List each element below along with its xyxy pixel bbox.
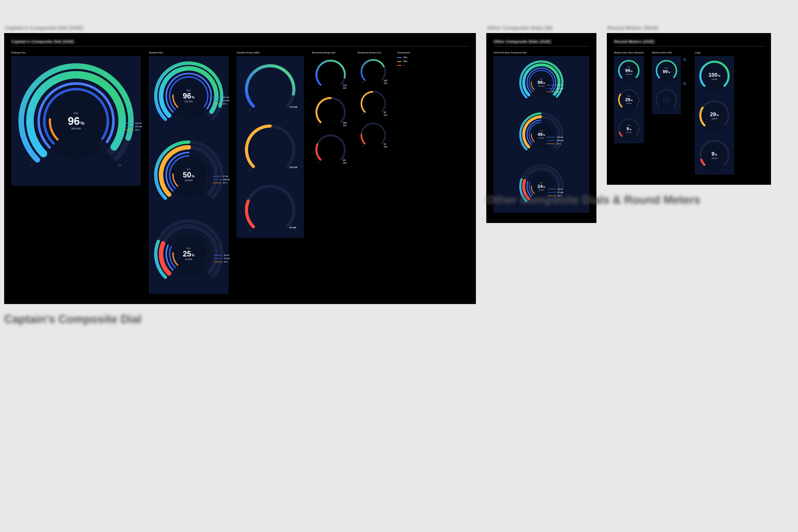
col-standard: Standard Size SoC96%180 kWh147 nm175 min… [149, 52, 228, 293]
round-meter-large-0[interactable]: 100%Uptime [697, 58, 732, 94]
hotel-dial-0[interactable]: SoC99%198 kWh147 nm175 min29 °c [517, 59, 565, 107]
panel-divider-right [614, 46, 764, 46]
col-label-enlarged: Enlarged Size [12, 52, 141, 54]
col-label-medium: Medium (w/o value indicator) [614, 52, 644, 54]
svg-point-9 [618, 117, 640, 140]
svg-point-11 [655, 88, 678, 111]
range-sm-arc-2[interactable]: 037 nm [358, 120, 389, 148]
range-sm-arc-1[interactable]: 097 nm [358, 88, 389, 116]
right-group: Round Meters (Web) Round Meters (XGE) Me… [607, 25, 771, 206]
col-label-large: Large [695, 52, 734, 54]
blur-title-right: Round Meters (Web) [607, 25, 771, 31]
hotel-dial-1[interactable]: SoC49%98 kWh135 nm160 min29 °c [517, 111, 565, 158]
caption-right: Other Composite Dials & Round Meters [486, 193, 771, 206]
panel-divider-mid [494, 46, 589, 46]
enlarged-selection[interactable]: 0200SoC96%180 kWh147 nm175 min29 °c [12, 56, 141, 186]
col-medium-novalue: Medium (w/o value indicator) SoC99%198 k… [614, 52, 644, 143]
pill-b[interactable]: b [683, 82, 687, 86]
col-label-medium-dot: Medium (w%ct Dot) [652, 52, 687, 54]
round-meter-large-1[interactable]: 29%Uptime [697, 98, 732, 133]
svg-point-13 [698, 99, 731, 132]
hotel-selection[interactable]: SoC99%198 kWh147 nm175 min29 °c SoC49%98… [494, 56, 589, 213]
legend-row-0: 29°c [397, 56, 410, 59]
usable-arc-2[interactable]: 050 kW [239, 179, 301, 235]
left-group: Captain's Composite Dial (XGE) Captain's… [4, 25, 476, 326]
panel-divider [12, 46, 469, 46]
col-label-temp: Temperature [397, 52, 410, 54]
svg-point-10 [655, 59, 678, 82]
caption-left: Captain's Composite Dial [4, 312, 476, 326]
usable-arc-0[interactable]: 0175 kW [239, 59, 301, 115]
col-medium-dot: Medium (w%ct Dot) SoC99% ⎋ a b [652, 52, 687, 114]
col-large: Large 100%Uptime 29%Uptime 9%Uptime [695, 52, 734, 174]
panel-main: Captain's Composite Dial (XGE) Enlarged … [4, 33, 476, 304]
legend-text-0: 29°c [403, 56, 408, 59]
col-temp: Temperature 29°c 30°c -- [397, 52, 410, 66]
col-range-sm: Remaining Range (nm) 0147 nm 097 nm 037 … [358, 52, 389, 148]
round-meter-medium-1[interactable]: SoC29%58 kWh [616, 87, 641, 112]
legend-chip-blue [397, 57, 402, 58]
col-label-hotel: Hotel Drill-down Composite Dial [494, 52, 589, 54]
blur-title-mid: Other Composite Dials (M) [486, 25, 596, 31]
captains-dial-enlarged[interactable]: 0200SoC96%180 kWh147 nm175 min29 °c [14, 59, 138, 183]
legend-chip-red [397, 65, 402, 66]
large-selection[interactable]: 100%Uptime 29%Uptime 9%Uptime [695, 56, 734, 174]
panel-title-right: Round Meters (XGE) [614, 39, 764, 44]
legend-row-1: 30°c [397, 60, 410, 62]
legend-chip-orange [397, 61, 402, 62]
legend-row-2: -- [397, 64, 410, 66]
temperature-legend: 29°c 30°c -- [397, 56, 410, 66]
col-label-standard: Standard Size [149, 52, 228, 54]
col-label-range-lg: Remaining Range (nm) [312, 52, 349, 54]
legend-text-2: -- [403, 64, 405, 66]
medium-dot-pills: a b [683, 58, 687, 86]
range-lg-arc-0[interactable]: 0175 nm [312, 56, 349, 90]
blur-title-main: Captain's Composite Dial (XGE) [4, 25, 476, 31]
svg-point-14 [698, 139, 731, 171]
panel-title-main: Captain's Composite Dial (XGE) [12, 39, 469, 44]
legend-text-1: 30°c [403, 60, 408, 62]
col-usable: Useable Energy (kWh) 0175 kW 0100 kW 050… [237, 52, 304, 238]
captains-dial-standard-0[interactable]: SoC96%180 kWh147 nm175 min29 °c [151, 59, 226, 133]
panel-right: Round Meters (XGE) Medium (w/o value ind… [607, 33, 771, 185]
pill-a[interactable]: a [683, 58, 687, 61]
col-label-range-sm: Remaining Range (nm) [358, 52, 389, 54]
range-sm-arc-0[interactable]: 0147 nm [358, 56, 389, 84]
standard-selection[interactable]: SoC96%180 kWh147 nm175 min29 °c SoC50%10… [149, 56, 228, 293]
medium-novalue-selection[interactable]: SoC99%198 kWh SoC29%58 kWh SoC9%18 kWh [614, 56, 644, 143]
captains-dial-standard-1[interactable]: SoC50%100 kWh97 nm100 min29 °c [151, 137, 226, 212]
round-meter-large-2[interactable]: 9%Uptime [697, 137, 732, 172]
col-label-usable: Useable Energy (kWh) [237, 52, 304, 54]
svg-point-8 [618, 88, 640, 111]
col-range-lg: Remaining Range (nm) 0175 nm 0100 nm 050… [312, 52, 349, 165]
range-lg-arc-2[interactable]: 050 nm [312, 131, 349, 165]
svg-point-7 [618, 59, 640, 82]
medium-dot-selection[interactable]: SoC99% ⎋ [652, 56, 681, 114]
round-meter-medium-dot-0[interactable]: SoC99% [654, 58, 679, 83]
round-meter-medium-dot-1[interactable]: ⎋ [654, 87, 679, 112]
panel-title-mid: Other Composite Dials (XGE) [494, 39, 589, 44]
captains-dial-standard-2[interactable]: SoC25%50 kWh30 nm37 min29 °c [151, 216, 226, 291]
usable-arc-1[interactable]: 0100 kW [239, 119, 301, 175]
col-enlarged: Enlarged Size 0200SoC96%180 kWh147 nm175… [12, 52, 141, 186]
range-lg-arc-1[interactable]: 0100 nm [312, 94, 349, 127]
svg-point-12 [698, 60, 731, 92]
round-meter-medium-0[interactable]: SoC99%198 kWh [616, 58, 641, 83]
usable-selection[interactable]: 0175 kW 0100 kW 050 kW [237, 56, 304, 238]
round-meter-medium-2[interactable]: SoC9%18 kWh [616, 116, 641, 141]
